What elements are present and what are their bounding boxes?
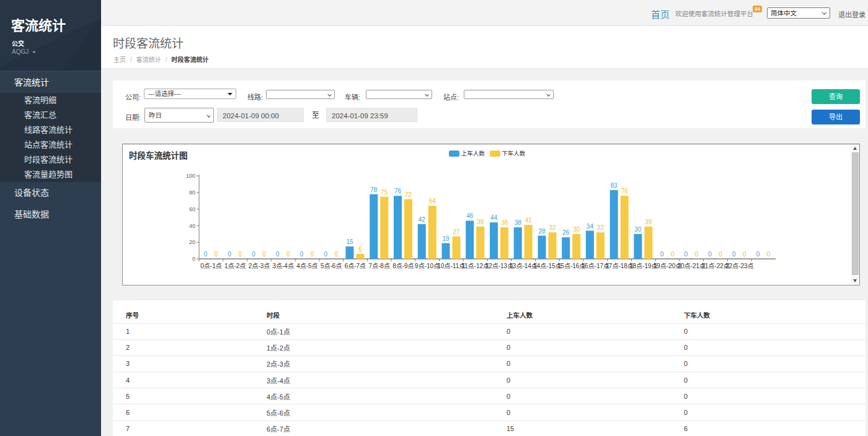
svg-text:0: 0 [324, 251, 328, 258]
svg-text:100: 100 [186, 173, 195, 179]
svg-text:72: 72 [405, 191, 412, 198]
svg-text:0: 0 [719, 251, 723, 258]
svg-text:0: 0 [311, 251, 314, 258]
svg-text:3点-4点: 3点-4点 [273, 263, 294, 269]
svg-text:32: 32 [549, 224, 557, 231]
svg-text:64: 64 [429, 198, 436, 204]
svg-text:34: 34 [587, 222, 594, 229]
svg-text:20: 20 [189, 239, 195, 245]
svg-text:80: 80 [189, 190, 195, 196]
svg-text:38: 38 [515, 219, 522, 226]
svg-text:22点-23点: 22点-23点 [725, 263, 754, 269]
svg-text:19: 19 [443, 235, 450, 242]
svg-text:0: 0 [300, 251, 304, 258]
svg-text:76: 76 [394, 188, 402, 194]
svg-text:5点-6点: 5点-6点 [321, 263, 342, 269]
svg-text:0: 0 [252, 251, 256, 258]
svg-text:0: 0 [286, 251, 290, 258]
svg-text:0: 0 [684, 251, 688, 258]
svg-text:0: 0 [671, 251, 675, 258]
svg-text:38: 38 [501, 219, 508, 226]
svg-text:0: 0 [263, 251, 267, 258]
svg-text:8点-9点: 8点-9点 [393, 263, 414, 269]
svg-text:0: 0 [709, 251, 712, 258]
svg-text:0: 0 [228, 251, 232, 258]
svg-text:42: 42 [418, 216, 426, 222]
svg-text:83: 83 [611, 182, 618, 189]
svg-text:26: 26 [563, 229, 570, 236]
svg-text:46: 46 [467, 212, 474, 219]
svg-text:30: 30 [635, 225, 642, 232]
svg-text:0: 0 [756, 251, 760, 258]
svg-text:6: 6 [359, 246, 363, 253]
svg-text:28: 28 [539, 227, 546, 234]
svg-text:75: 75 [381, 188, 389, 195]
svg-text:0: 0 [335, 251, 339, 258]
svg-text:4点-5点: 4点-5点 [297, 263, 318, 269]
svg-text:27: 27 [453, 228, 461, 235]
svg-text:39: 39 [477, 218, 485, 225]
svg-text:32: 32 [597, 224, 604, 231]
svg-text:76: 76 [621, 188, 629, 194]
svg-text:44: 44 [490, 214, 498, 221]
svg-text:6点-7点: 6点-7点 [345, 263, 366, 269]
svg-text:15: 15 [347, 238, 354, 245]
svg-text:0: 0 [660, 251, 664, 258]
svg-text:0: 0 [276, 251, 280, 258]
svg-text:41: 41 [525, 217, 533, 224]
svg-text:0: 0 [695, 251, 699, 258]
svg-text:60: 60 [189, 206, 195, 212]
svg-text:30: 30 [574, 225, 581, 232]
svg-text:0: 0 [215, 251, 218, 258]
svg-text:9点-10点: 9点-10点 [415, 263, 440, 269]
svg-text:0: 0 [767, 251, 771, 258]
svg-text:1点-2点: 1点-2点 [224, 263, 246, 269]
svg-text:40: 40 [189, 222, 195, 229]
svg-text:0: 0 [204, 251, 208, 258]
svg-text:7点-8点: 7点-8点 [369, 263, 390, 269]
svg-text:78: 78 [371, 186, 378, 193]
svg-text:39: 39 [645, 218, 653, 225]
svg-text:0: 0 [733, 251, 737, 258]
svg-text:2点-3点: 2点-3点 [249, 263, 270, 269]
svg-text:0点-1点: 0点-1点 [201, 263, 222, 269]
svg-text:0: 0 [239, 251, 242, 258]
svg-text:0: 0 [743, 251, 747, 258]
svg-text:0: 0 [192, 256, 195, 262]
